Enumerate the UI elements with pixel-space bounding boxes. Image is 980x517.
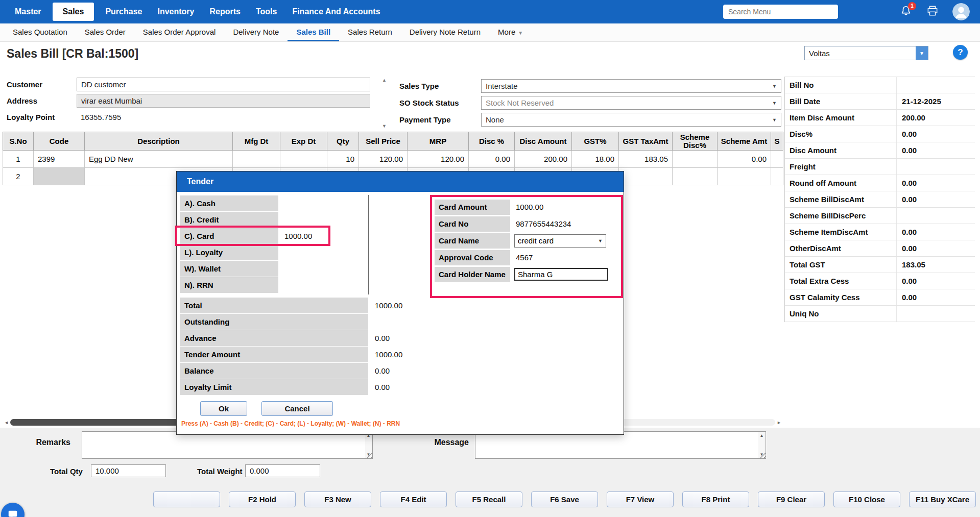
- table-cell[interactable]: 120.00: [359, 151, 408, 168]
- cancel-button[interactable]: Cancel: [261, 401, 333, 416]
- person-icon: [952, 3, 970, 20]
- tab-sales-bill[interactable]: Sales Bill: [288, 23, 339, 41]
- summary-value: 21-12-2025: [896, 93, 975, 109]
- scroll-up-icon[interactable]: ▲: [382, 78, 387, 83]
- fkey-button[interactable]: F5 Recall: [456, 491, 522, 507]
- fkey-button[interactable]: F2 Hold: [229, 491, 296, 507]
- fkey-button[interactable]: F4 Edit: [380, 491, 447, 507]
- fkey-button[interactable]: F6 Save: [531, 491, 598, 507]
- so-stock-status-select[interactable]: Stock Not Reserved ▼: [481, 96, 781, 110]
- fkey-button[interactable]: F11 Buy XCare: [909, 491, 976, 507]
- summary-label: Total GST: [785, 257, 896, 273]
- chat-icon: [7, 509, 18, 517]
- fkey-button[interactable]: [153, 491, 220, 507]
- summary-panel: Bill No Bill Date 21-12-2025 Item Disc A…: [784, 77, 975, 322]
- table-cell[interactable]: 1: [3, 151, 34, 168]
- card-holder-name-input[interactable]: [514, 268, 608, 281]
- search-input[interactable]: [723, 5, 838, 19]
- table-cell[interactable]: [34, 168, 85, 185]
- sales-type-select[interactable]: Interstate ▼: [481, 79, 781, 93]
- print-button[interactable]: [926, 5, 939, 18]
- nav-master[interactable]: Master: [7, 0, 49, 23]
- tab-more[interactable]: More▼: [489, 23, 532, 41]
- tab-sales-order-approval[interactable]: Sales Order Approval: [134, 23, 225, 41]
- user-avatar[interactable]: [952, 3, 970, 20]
- table-cell[interactable]: 0.00: [718, 151, 771, 168]
- fkey-button[interactable]: F3 New: [304, 491, 371, 507]
- wallet-mode-label[interactable]: W). Wallet: [180, 261, 278, 277]
- branch-select[interactable]: Voltas ▼: [804, 46, 928, 60]
- summary-value: 0.00: [896, 224, 975, 240]
- cash-mode-label[interactable]: A). Cash: [180, 195, 278, 211]
- tender-totals: Total 1000.00 Outstanding Advance 0.00 T…: [180, 297, 558, 395]
- message-textarea[interactable]: [475, 432, 766, 458]
- fkey-button[interactable]: F7 View: [607, 491, 674, 507]
- table-cell[interactable]: 18.00: [572, 151, 619, 168]
- scroll-down-icon[interactable]: ▼: [382, 124, 387, 129]
- card-name-select[interactable]: credit card ▼: [514, 234, 606, 248]
- summary-label: Bill No: [785, 77, 896, 93]
- table-cell[interactable]: 2399: [34, 151, 85, 168]
- tab-sales-quotation[interactable]: Sales Quotation: [4, 23, 76, 41]
- ok-button[interactable]: Ok: [200, 401, 247, 416]
- loyalty-mode-label[interactable]: L). Loyalty: [180, 244, 278, 260]
- table-cell[interactable]: 183.05: [619, 151, 673, 168]
- scroll-up-icon[interactable]: ▲: [760, 433, 764, 438]
- payment-row-loyalty: L). Loyalty: [180, 244, 372, 260]
- column-header: S.No: [3, 132, 34, 151]
- remarks-textarea[interactable]: [82, 432, 372, 458]
- tab-sales-order[interactable]: Sales Order: [76, 23, 134, 41]
- nav-inventory[interactable]: Inventory: [150, 0, 202, 23]
- table-cell[interactable]: 120.00: [408, 151, 469, 168]
- column-header: Sell Price: [359, 132, 408, 151]
- table-cell[interactable]: [619, 168, 673, 185]
- remarks-label: Remarks: [32, 438, 70, 447]
- notifications-button[interactable]: 1: [899, 5, 913, 18]
- table-cell[interactable]: Egg DD New: [85, 151, 233, 168]
- total-weight-input[interactable]: [245, 464, 320, 477]
- nav-reports[interactable]: Reports: [202, 0, 248, 23]
- scrollbar-thumb[interactable]: [10, 419, 197, 426]
- fkey-button[interactable]: F9 Clear: [758, 491, 825, 507]
- address-input[interactable]: [77, 94, 370, 108]
- scroll-left-icon[interactable]: ◄: [3, 420, 10, 425]
- customer-input[interactable]: [77, 78, 370, 91]
- fkey-button[interactable]: F10 Close: [833, 491, 900, 507]
- table-cell[interactable]: [280, 151, 327, 168]
- payment-modes: A). Cash B). Credit C). Card 1000.00 L).…: [180, 195, 372, 293]
- table-cell[interactable]: [673, 168, 718, 185]
- scroll-right-icon[interactable]: ►: [775, 420, 783, 425]
- summary-value: 0.00: [896, 142, 975, 158]
- table-cell[interactable]: 0.00: [469, 151, 515, 168]
- nav-finance-accounts[interactable]: Finance And Accounts: [284, 0, 388, 23]
- summary-label: GST Calamity Cess: [785, 289, 896, 305]
- rrn-mode-label[interactable]: N). RRN: [180, 277, 278, 293]
- column-header: Exp Dt: [280, 132, 327, 151]
- table-cell[interactable]: [718, 168, 771, 185]
- summary-value: 0.00: [896, 273, 975, 289]
- credit-mode-label[interactable]: B). Credit: [180, 212, 278, 228]
- table-cell[interactable]: [771, 168, 783, 185]
- tab-delivery-note[interactable]: Delivery Note: [224, 23, 288, 41]
- summary-row: OtherDiscAmt 0.00: [785, 240, 975, 257]
- customer-scrollbar[interactable]: ▲ ▼: [380, 78, 388, 129]
- payment-type-select[interactable]: None ▼: [481, 113, 781, 127]
- card-mode-label[interactable]: C). Card: [180, 228, 278, 244]
- nav-tools[interactable]: Tools: [248, 0, 284, 23]
- summary-label: Total Extra Cess: [785, 273, 896, 289]
- total-qty-input[interactable]: [91, 464, 166, 477]
- tab-delivery-note-return[interactable]: Delivery Note Return: [401, 23, 489, 41]
- table-cell[interactable]: [233, 151, 280, 168]
- table-cell[interactable]: [673, 151, 718, 168]
- table-cell[interactable]: 200.00: [515, 151, 572, 168]
- table-cell[interactable]: [771, 151, 783, 168]
- card-no-value: 9877655443234: [510, 219, 571, 228]
- nav-purchase[interactable]: Purchase: [98, 0, 150, 23]
- table-cell[interactable]: 10: [327, 151, 359, 168]
- fkey-button[interactable]: F8 Print: [682, 491, 749, 507]
- table-cell[interactable]: 2: [3, 168, 34, 185]
- help-button[interactable]: ?: [953, 45, 968, 60]
- tab-sales-return[interactable]: Sales Return: [339, 23, 401, 41]
- dropdown-arrow-icon[interactable]: ▼: [916, 46, 928, 60]
- nav-sales[interactable]: Sales: [53, 3, 94, 21]
